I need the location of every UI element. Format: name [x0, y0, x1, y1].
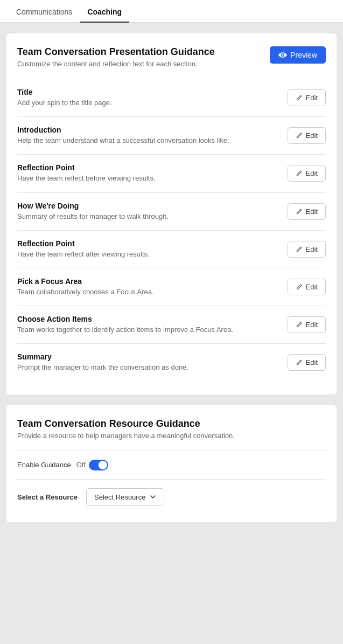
edit-button-label: Edit — [306, 169, 318, 177]
presentation-card-title: Team Conversation Presentation Guidance — [17, 46, 215, 58]
edit-button[interactable]: Edit — [288, 241, 326, 258]
resource-card: Team Conversation Resource Guidance Prov… — [6, 405, 337, 522]
card-header-text: Team Conversation Presentation Guidance … — [17, 46, 215, 68]
section-row: Title Add your spin to the title page. E… — [17, 79, 326, 116]
enable-guidance-label: Enable Guidance — [17, 461, 71, 469]
section-info: Title Add your spin to the title page. — [17, 88, 288, 108]
edit-button[interactable]: Edit — [288, 89, 326, 106]
section-info: Choose Action Items Team works together … — [17, 315, 288, 335]
tab-coaching[interactable]: Coaching — [80, 2, 129, 23]
pencil-icon — [296, 94, 303, 101]
page-body: Team Conversation Presentation Guidance … — [0, 23, 343, 644]
edit-button-label: Edit — [306, 321, 318, 329]
section-description: Summary of results for manager to walk t… — [17, 212, 279, 221]
section-row: Introduction Help the team understand wh… — [17, 116, 326, 154]
section-name: How We're Doing — [17, 202, 279, 210]
tab-communications[interactable]: Communications — [9, 2, 80, 23]
edit-button-label: Edit — [306, 358, 318, 366]
section-description: Have the team reflect after viewing resu… — [17, 250, 279, 259]
section-description: Add your spin to the title page. — [17, 98, 279, 108]
section-description: Prompt the manager to mark the conversat… — [17, 363, 279, 372]
preview-button-label: Preview — [290, 51, 317, 59]
section-name: Introduction — [17, 126, 279, 134]
top-nav: Communications Coaching — [0, 0, 343, 23]
presentation-card: Team Conversation Presentation Guidance … — [6, 33, 337, 394]
edit-button-label: Edit — [306, 245, 318, 253]
section-row: Reflection Point Have the team reflect b… — [17, 154, 326, 192]
pencil-icon — [296, 246, 303, 253]
edit-button[interactable]: Edit — [288, 165, 326, 182]
edit-button-label: Edit — [306, 207, 318, 216]
preview-button[interactable]: Preview — [270, 46, 326, 64]
edit-button-label: Edit — [306, 131, 318, 140]
pencil-icon — [296, 208, 303, 215]
edit-button[interactable]: Edit — [288, 203, 326, 220]
section-name: Pick a Focus Area — [17, 277, 279, 286]
section-name: Summary — [17, 352, 279, 361]
edit-button[interactable]: Edit — [288, 316, 326, 333]
section-info: Summary Prompt the manager to mark the c… — [17, 352, 288, 372]
enable-guidance-row: Enable Guidance Off — [17, 451, 326, 470]
edit-button[interactable]: Edit — [288, 279, 326, 295]
select-resource-button-label: Select Resource — [94, 493, 145, 501]
card-header: Team Conversation Presentation Guidance … — [17, 46, 326, 68]
section-description: Have the team reflect before viewing res… — [17, 174, 279, 183]
resource-card-subtitle: Provide a resource to help managers have… — [17, 432, 326, 440]
section-name: Reflection Point — [17, 163, 279, 172]
resource-card-title: Team Conversation Resource Guidance — [17, 418, 326, 430]
section-row: Reflection Point Have the team reflect a… — [17, 230, 326, 268]
select-resource-button[interactable]: Select Resource — [86, 488, 164, 506]
toggle-group: Off — [76, 460, 108, 470]
section-info: Introduction Help the team understand wh… — [17, 126, 288, 146]
section-description: Team collaboratively chooses a Focus Are… — [17, 287, 279, 297]
pencil-icon — [296, 283, 303, 290]
edit-button-label: Edit — [306, 283, 318, 291]
section-name: Title — [17, 88, 279, 96]
section-row: Choose Action Items Team works together … — [17, 306, 326, 343]
eye-icon — [278, 51, 287, 59]
pencil-icon — [296, 359, 303, 366]
section-name: Choose Action Items — [17, 315, 279, 323]
chevron-down-icon — [150, 494, 156, 500]
edit-button-label: Edit — [306, 94, 318, 102]
section-info: Reflection Point Have the team reflect b… — [17, 163, 288, 183]
section-info: How We're Doing Summary of results for m… — [17, 202, 288, 221]
edit-button[interactable]: Edit — [288, 127, 326, 144]
section-row: Pick a Focus Area Team collaboratively c… — [17, 268, 326, 306]
select-resource-row: Select a Resource Select Resource — [17, 479, 326, 506]
edit-button[interactable]: Edit — [288, 354, 326, 371]
pencil-icon — [296, 170, 303, 177]
section-info: Pick a Focus Area Team collaboratively c… — [17, 277, 288, 297]
section-description: Help the team understand what a successf… — [17, 136, 279, 146]
sections-list: Title Add your spin to the title page. E… — [17, 79, 326, 382]
pencil-icon — [296, 132, 303, 139]
section-info: Reflection Point Have the team reflect a… — [17, 239, 288, 259]
toggle-off-label: Off — [76, 461, 86, 469]
enable-guidance-toggle[interactable] — [89, 460, 108, 470]
section-row: Summary Prompt the manager to mark the c… — [17, 343, 326, 381]
section-row: How We're Doing Summary of results for m… — [17, 192, 326, 230]
section-name: Reflection Point — [17, 239, 279, 248]
pencil-icon — [296, 321, 303, 328]
presentation-card-subtitle: Customize the content and reflection tex… — [17, 60, 215, 68]
section-description: Team works together to identify action i… — [17, 325, 279, 335]
select-resource-label: Select a Resource — [17, 493, 78, 501]
